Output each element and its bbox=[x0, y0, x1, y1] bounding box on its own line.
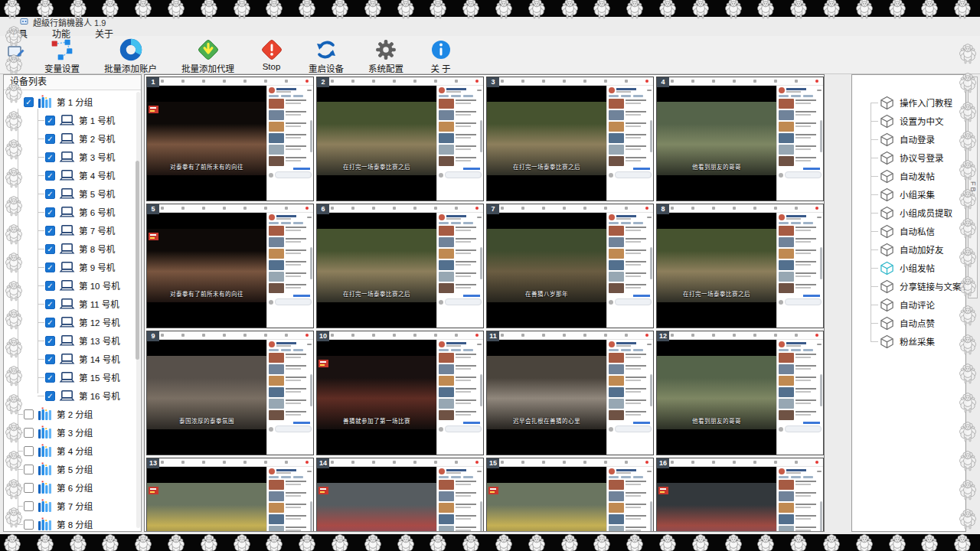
more-options-icon[interactable] bbox=[647, 471, 652, 472]
task-item-11[interactable]: 自动评论 bbox=[852, 295, 965, 314]
comment-input[interactable] bbox=[445, 425, 482, 432]
checkbox[interactable]: ✓ bbox=[45, 262, 55, 272]
device-row[interactable]: ✓第 10 号机 bbox=[4, 276, 141, 295]
feed-scrollbar[interactable] bbox=[650, 120, 652, 152]
group-row[interactable]: ✓第 1 分组 bbox=[4, 93, 141, 111]
checkbox[interactable] bbox=[24, 483, 34, 493]
device-screen-cell[interactable]: 6在打完一场泰拳比赛之后 bbox=[316, 204, 484, 328]
feed-scrollbar[interactable] bbox=[820, 374, 822, 406]
device-screen-cell[interactable]: 15 bbox=[486, 458, 654, 532]
comment-input[interactable] bbox=[275, 298, 312, 305]
more-options-icon[interactable] bbox=[477, 90, 482, 91]
more-options-icon[interactable] bbox=[307, 90, 312, 91]
menu-item-2[interactable]: 关于 bbox=[92, 25, 116, 41]
task-item-10[interactable]: 分享链接与文案到小组 bbox=[852, 277, 965, 295]
device-row[interactable]: ✓第 4 号机 bbox=[4, 166, 141, 184]
toolbar-button-about[interactable]: 关 于 bbox=[416, 36, 466, 75]
checkbox[interactable]: ✓ bbox=[45, 373, 55, 383]
more-options-icon[interactable] bbox=[307, 344, 312, 345]
device-row[interactable]: ✓第 6 号机 bbox=[4, 203, 141, 221]
checkbox[interactable]: ✓ bbox=[24, 97, 34, 107]
more-options-icon[interactable] bbox=[307, 217, 312, 218]
feed-scrollbar[interactable] bbox=[820, 247, 822, 279]
device-screen-cell[interactable]: 11迟早会扎根在善猜的心里 bbox=[486, 331, 654, 455]
more-options-icon[interactable] bbox=[817, 217, 822, 218]
comment-box[interactable] bbox=[439, 171, 482, 178]
comment-input[interactable] bbox=[445, 171, 482, 178]
group-row[interactable]: 第 4 分组 bbox=[4, 442, 141, 460]
comment-input[interactable] bbox=[615, 171, 652, 178]
checkbox[interactable]: ✓ bbox=[45, 391, 55, 401]
checkbox[interactable]: ✓ bbox=[45, 354, 55, 364]
feed-scrollbar[interactable] bbox=[310, 374, 312, 406]
device-row[interactable]: ✓第 16 号机 bbox=[4, 386, 141, 405]
quick-edit-button[interactable] bbox=[5, 44, 28, 62]
comment-input[interactable] bbox=[275, 171, 312, 178]
checkbox[interactable] bbox=[24, 501, 34, 511]
feed-scrollbar[interactable] bbox=[650, 374, 652, 406]
more-options-icon[interactable] bbox=[477, 344, 482, 345]
comment-box[interactable] bbox=[609, 171, 652, 178]
device-screen-cell[interactable]: 9泰国浓厚的泰拳氛围 bbox=[146, 331, 314, 455]
feed-scrollbar[interactable] bbox=[650, 247, 652, 279]
comment-input[interactable] bbox=[615, 298, 652, 305]
comment-input[interactable] bbox=[275, 425, 312, 432]
comment-box[interactable] bbox=[609, 298, 652, 305]
device-row[interactable]: ✓第 7 号机 bbox=[4, 221, 141, 240]
task-item-1[interactable]: 设置为中文 bbox=[852, 112, 965, 130]
see-more-link[interactable] bbox=[463, 295, 480, 297]
comment-input[interactable] bbox=[445, 298, 482, 305]
right-edge-tab[interactable]: FB bbox=[968, 77, 978, 298]
device-screen-cell[interactable]: 14 bbox=[316, 458, 484, 532]
task-item-0[interactable]: 操作入门教程 bbox=[852, 93, 965, 112]
comment-input[interactable] bbox=[785, 298, 822, 305]
menu-item-0[interactable]: 工具 bbox=[6, 25, 31, 41]
see-more-link[interactable] bbox=[293, 295, 310, 297]
checkbox[interactable]: ✓ bbox=[45, 244, 55, 254]
menu-item-1[interactable]: 功能 bbox=[49, 25, 74, 41]
see-more-link[interactable] bbox=[293, 168, 310, 170]
more-options-icon[interactable] bbox=[477, 471, 482, 472]
checkbox[interactable] bbox=[24, 465, 34, 474]
device-screen-cell[interactable]: 13 bbox=[146, 458, 314, 532]
comment-input[interactable] bbox=[615, 425, 652, 432]
comment-box[interactable] bbox=[609, 425, 652, 432]
group-row[interactable]: 第 3 分组 bbox=[4, 423, 141, 442]
checkbox[interactable]: ✓ bbox=[45, 189, 55, 199]
device-row[interactable]: ✓第 5 号机 bbox=[4, 184, 141, 203]
group-row[interactable]: 第 2 分组 bbox=[4, 405, 141, 423]
see-more-link[interactable] bbox=[633, 295, 650, 297]
device-row[interactable]: ✓第 2 号机 bbox=[4, 129, 141, 148]
see-more-link[interactable] bbox=[803, 422, 820, 424]
more-options-icon[interactable] bbox=[647, 217, 652, 218]
checkbox[interactable]: ✓ bbox=[45, 171, 55, 181]
checkbox[interactable] bbox=[24, 428, 34, 438]
comment-box[interactable] bbox=[779, 171, 822, 178]
group-row[interactable]: 第 8 分组 bbox=[4, 515, 141, 532]
toolbar-button-accounts[interactable]: 批量添加账户 bbox=[92, 36, 169, 75]
toolbar-button-proxy[interactable]: 批量添加代理 bbox=[169, 36, 247, 75]
feed-scrollbar[interactable] bbox=[310, 247, 312, 279]
device-screen-cell[interactable]: 12他看到朋友的哥哥 bbox=[656, 331, 824, 455]
comment-box[interactable] bbox=[779, 298, 822, 305]
device-screen-cell[interactable]: 16 bbox=[656, 458, 824, 532]
checkbox[interactable]: ✓ bbox=[45, 336, 55, 346]
device-row[interactable]: ✓第 9 号机 bbox=[4, 258, 141, 276]
comment-input[interactable] bbox=[785, 425, 822, 432]
device-row[interactable]: ✓第 8 号机 bbox=[4, 240, 141, 258]
device-screen-cell[interactable]: 8在打完一场泰拳比赛之后 bbox=[656, 204, 824, 328]
feed-scrollbar[interactable] bbox=[480, 374, 482, 406]
checkbox[interactable]: ✓ bbox=[45, 134, 55, 144]
task-item-12[interactable]: 自动点赞 bbox=[852, 314, 965, 332]
feed-scrollbar[interactable] bbox=[480, 247, 482, 279]
group-row[interactable]: 第 6 分组 bbox=[4, 478, 141, 497]
see-more-link[interactable] bbox=[293, 422, 310, 424]
checkbox[interactable] bbox=[24, 446, 34, 456]
feed-scrollbar[interactable] bbox=[480, 120, 482, 152]
device-row[interactable]: ✓第 12 号机 bbox=[4, 313, 141, 331]
group-row[interactable]: 第 5 分组 bbox=[4, 460, 141, 478]
task-item-6[interactable]: 小组成员提取 bbox=[852, 204, 965, 222]
checkbox[interactable]: ✓ bbox=[45, 152, 55, 162]
comment-box[interactable] bbox=[439, 298, 482, 305]
more-options-icon[interactable] bbox=[817, 90, 822, 91]
